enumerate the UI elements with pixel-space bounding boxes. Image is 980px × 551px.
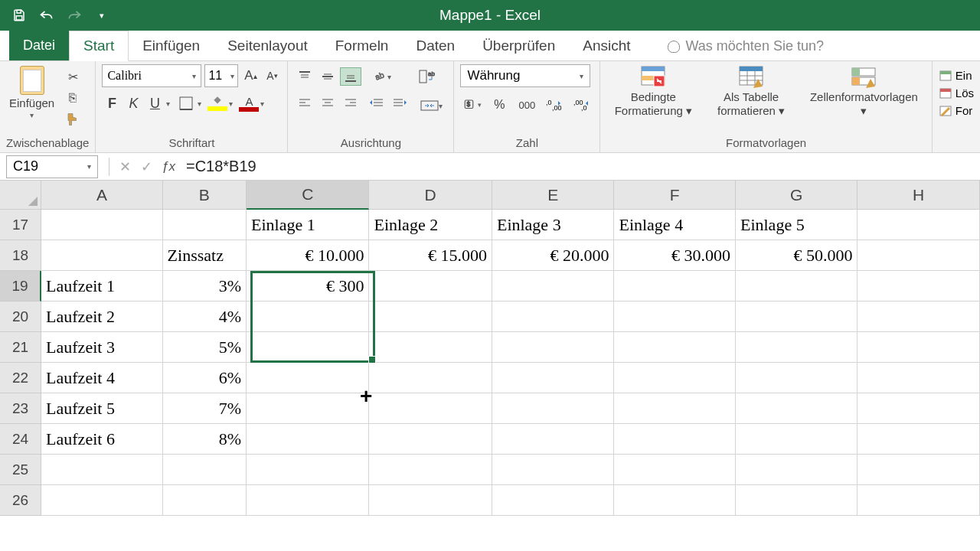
accounting-format-button[interactable]: $▾ bbox=[460, 95, 483, 115]
cell-H21[interactable] bbox=[858, 332, 980, 363]
cell-C22[interactable] bbox=[247, 363, 369, 393]
cell-H19[interactable] bbox=[858, 271, 980, 302]
align-center-button[interactable] bbox=[317, 93, 338, 112]
cancel-formula-button[interactable]: ✕ bbox=[114, 156, 136, 178]
undo-icon[interactable] bbox=[38, 7, 55, 24]
cell-B18[interactable]: Zinssatz bbox=[163, 240, 247, 271]
cell-F22[interactable] bbox=[614, 363, 736, 393]
border-button[interactable] bbox=[176, 93, 196, 113]
cell-B23[interactable]: 7% bbox=[163, 393, 247, 424]
cell-H23[interactable] bbox=[858, 393, 980, 424]
tab-file[interactable]: Datei bbox=[9, 31, 69, 60]
tell-me-search[interactable]: Was möchten Sie tun? bbox=[668, 38, 824, 60]
align-left-button[interactable] bbox=[294, 93, 315, 112]
cell-A17[interactable] bbox=[41, 210, 163, 240]
tab-pagelayout[interactable]: Seitenlayout bbox=[214, 31, 322, 60]
cell-H26[interactable] bbox=[858, 485, 980, 516]
cell-B22[interactable]: 6% bbox=[163, 363, 247, 393]
cell-E24[interactable] bbox=[492, 424, 615, 455]
cell-A19[interactable]: Laufzeit 1 bbox=[41, 271, 163, 302]
cell-C21[interactable] bbox=[247, 332, 369, 363]
cell-E21[interactable] bbox=[492, 332, 615, 363]
cell-E18[interactable]: € 20.000 bbox=[492, 240, 615, 271]
cell-D20[interactable] bbox=[369, 302, 492, 332]
increase-decimal-button[interactable]: ,0,00 bbox=[543, 95, 566, 115]
cell-D22[interactable] bbox=[369, 363, 492, 393]
row-header-20[interactable]: 20 bbox=[0, 302, 41, 332]
cell-F19[interactable] bbox=[614, 271, 736, 302]
cell-E20[interactable] bbox=[492, 302, 615, 332]
col-header-B[interactable]: B bbox=[163, 181, 247, 210]
align-right-button[interactable] bbox=[340, 93, 361, 112]
tab-start[interactable]: Start bbox=[69, 31, 129, 61]
cell-G20[interactable] bbox=[736, 302, 858, 332]
wrap-text-button[interactable]: ab bbox=[415, 67, 439, 86]
align-bottom-button[interactable] bbox=[340, 67, 361, 86]
thousand-sep-button[interactable]: 000 bbox=[515, 95, 538, 115]
cell-D23[interactable] bbox=[369, 393, 492, 424]
select-all-corner[interactable] bbox=[0, 181, 41, 210]
align-top-button[interactable] bbox=[294, 67, 315, 86]
increase-indent-button[interactable] bbox=[389, 93, 410, 112]
row-header-22[interactable]: 22 bbox=[0, 363, 41, 393]
cell-G25[interactable] bbox=[736, 455, 858, 485]
cell-D25[interactable] bbox=[369, 455, 492, 485]
cell-H18[interactable] bbox=[858, 240, 980, 271]
cell-H20[interactable] bbox=[858, 302, 980, 332]
cell-D19[interactable] bbox=[369, 271, 492, 302]
fill-color-button[interactable] bbox=[207, 93, 227, 113]
decrease-indent-button[interactable] bbox=[366, 93, 387, 112]
cell-A20[interactable]: Laufzeit 2 bbox=[41, 302, 163, 332]
tab-view[interactable]: Ansicht bbox=[569, 31, 644, 60]
align-middle-button[interactable] bbox=[317, 67, 338, 86]
row-header-21[interactable]: 21 bbox=[0, 332, 41, 363]
cut-button[interactable]: ✂ bbox=[62, 67, 83, 86]
underline-button[interactable]: U bbox=[145, 93, 165, 113]
cell-B19[interactable]: 3% bbox=[163, 271, 247, 302]
tab-formulas[interactable]: Formeln bbox=[322, 31, 403, 60]
bold-button[interactable]: F bbox=[102, 93, 122, 113]
cell-D17[interactable]: Einlage 2 bbox=[369, 210, 492, 240]
cell-C17[interactable]: Einlage 1 bbox=[247, 210, 369, 240]
merge-button[interactable]: ▾ bbox=[415, 96, 447, 115]
cell-G17[interactable]: Einlage 5 bbox=[736, 210, 858, 240]
row-header-19[interactable]: 19 bbox=[0, 271, 41, 302]
cell-B21[interactable]: 5% bbox=[163, 332, 247, 363]
cell-E19[interactable] bbox=[492, 271, 615, 302]
conditional-format-button[interactable]: Bedingte Formatierung ▾ bbox=[606, 64, 700, 118]
cell-H25[interactable] bbox=[858, 455, 980, 485]
cell-D24[interactable] bbox=[369, 424, 492, 455]
row-header-18[interactable]: 18 bbox=[0, 240, 41, 271]
cell-F24[interactable] bbox=[614, 424, 736, 455]
cell-F21[interactable] bbox=[614, 332, 736, 363]
format-painter-button[interactable] bbox=[62, 110, 83, 129]
cell-E25[interactable] bbox=[492, 455, 615, 485]
cell-G24[interactable] bbox=[736, 424, 858, 455]
col-header-F[interactable]: F bbox=[614, 181, 736, 210]
fx-icon[interactable]: ƒx bbox=[162, 159, 175, 174]
col-header-A[interactable]: A bbox=[41, 181, 163, 210]
insert-cells-button[interactable]: Ein bbox=[939, 69, 972, 82]
qat-customize-icon[interactable]: ▾ bbox=[93, 7, 110, 24]
cell-G22[interactable] bbox=[736, 363, 858, 393]
delete-cells-button[interactable]: Lös bbox=[939, 86, 974, 99]
cell-E17[interactable]: Einlage 3 bbox=[492, 210, 615, 240]
col-header-H[interactable]: H bbox=[858, 181, 980, 210]
percent-button[interactable]: % bbox=[488, 95, 511, 115]
cell-G26[interactable] bbox=[736, 485, 858, 516]
paste-button[interactable]: Einfügen ▾ bbox=[6, 64, 57, 121]
name-box[interactable]: C19▾ bbox=[6, 155, 98, 178]
cell-G23[interactable] bbox=[736, 393, 858, 424]
copy-button[interactable]: ⎘ bbox=[62, 89, 83, 107]
col-header-D[interactable]: D bbox=[369, 181, 492, 210]
cell-A25[interactable] bbox=[41, 455, 163, 485]
cell-A23[interactable]: Laufzeit 5 bbox=[41, 393, 163, 424]
cell-B26[interactable] bbox=[163, 485, 247, 516]
cell-A21[interactable]: Laufzeit 3 bbox=[41, 332, 163, 363]
cell-F23[interactable] bbox=[614, 393, 736, 424]
cell-G18[interactable]: € 50.000 bbox=[736, 240, 858, 271]
cell-H17[interactable] bbox=[858, 210, 980, 240]
tab-data[interactable]: Daten bbox=[402, 31, 469, 60]
cell-G21[interactable] bbox=[736, 332, 858, 363]
col-header-C[interactable]: C bbox=[247, 181, 369, 210]
